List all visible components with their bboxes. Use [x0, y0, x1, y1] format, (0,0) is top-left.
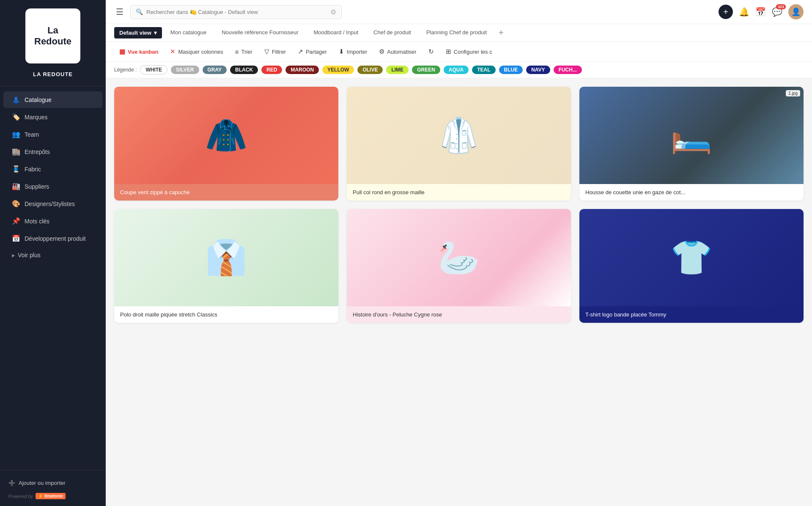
tab-mon-catalogue[interactable]: Mon catalogue	[164, 24, 213, 41]
hamburger-button[interactable]: ☰	[114, 5, 125, 19]
configure-icon: ⊞	[446, 48, 451, 55]
configurer-button[interactable]: ⊞ Configurer les c	[441, 45, 497, 58]
card-title: Housse de couette unie en gaze de cot...	[579, 184, 804, 201]
kanban-area: 🧥Coupe vent zippé à capuche🥼Pull col ron…	[106, 78, 812, 506]
fabric-icon: 🧵	[12, 165, 20, 173]
tab-chef-produit[interactable]: Chef de produit	[367, 24, 418, 41]
marques-icon: 🏷️	[12, 113, 20, 121]
search-settings-icon[interactable]: ⚙	[330, 8, 336, 16]
filtrer-button[interactable]: ▽ Filtrer	[259, 45, 291, 58]
tab-default-view[interactable]: Default view ▾	[114, 27, 162, 38]
kanban-card[interactable]: 🛏️1.jpgHousse de couette unie en gaze de…	[579, 87, 804, 201]
card-title: Histoire d'ours - Peluche Cygne rose	[347, 306, 571, 323]
importer-button[interactable]: ⬇ Importer	[334, 45, 372, 58]
expand-arrow-icon: ▶	[12, 253, 15, 258]
powered-by-area: Powered by ⚡ timetonic	[8, 493, 97, 499]
partager-button[interactable]: ↗ Partager	[293, 45, 332, 58]
tab-nouvelle-reference[interactable]: Nouvelle référence Fournisseur	[215, 24, 305, 41]
sidebar-item-developpement[interactable]: 📅 Développement produit	[3, 230, 102, 247]
kanban-icon: ▦	[119, 48, 125, 55]
refresh-button[interactable]: ↻	[423, 45, 439, 58]
legend-tag-aqua[interactable]: AQUA	[444, 66, 469, 74]
tab-moodboard[interactable]: Moodboard / Input	[307, 24, 365, 41]
tab-planning[interactable]: Planning Chef de produit	[420, 24, 494, 41]
card-image-area: 🧥	[114, 87, 338, 184]
legend-tag-maroon[interactable]: MAROON	[285, 66, 319, 74]
legend-tag-silver[interactable]: SILVER	[171, 66, 199, 74]
search-bar[interactable]: 🔍 ⚙	[130, 5, 342, 19]
sidebar-item-mots-cles[interactable]: 📌 Mots clés	[3, 213, 102, 229]
sidebar-item-marques[interactable]: 🏷️ Marques	[3, 109, 102, 125]
sidebar-item-fabric[interactable]: 🧵 Fabric	[3, 161, 102, 177]
sidebar-item-label: Marques	[25, 114, 47, 121]
product-icon: 🧥	[205, 116, 247, 155]
topbar-right-actions: + 🔔 📅 💬 323 👤	[719, 4, 804, 19]
legend-tag-teal[interactable]: TEAL	[472, 66, 495, 74]
sidebar-item-voir-plus[interactable]: ▶ Voir plus	[3, 248, 102, 263]
kanban-card[interactable]: 👔Polo droit maille piquée stretch Classi…	[114, 209, 338, 323]
calendar-button[interactable]: 📅	[755, 7, 766, 17]
card-image-area: 👔	[114, 209, 338, 306]
legend-tag-navy[interactable]: NAVY	[526, 66, 550, 74]
chat-button[interactable]: 💬 323	[772, 7, 782, 17]
kanban-card[interactable]: 🦢Histoire d'ours - Peluche Cygne rose	[347, 209, 571, 323]
share-icon: ↗	[298, 48, 303, 55]
notification-button[interactable]: 🔔	[739, 7, 749, 17]
logo-text: La Redoute	[34, 25, 71, 47]
import-icon: ⬇	[339, 48, 344, 55]
kanban-card[interactable]: 🥼Pull col rond en grosse maille	[347, 87, 571, 201]
add-import-button[interactable]: ➕ Ajouter ou importer	[8, 477, 97, 489]
card-title: T-shirt logo bande placée Tommy	[579, 306, 804, 323]
developpement-icon: 📅	[12, 234, 20, 242]
sidebar-item-team[interactable]: 👥 Team	[3, 126, 102, 143]
product-icon: 👔	[205, 238, 247, 278]
vue-kanban-button[interactable]: ▦ Vue kanban	[114, 45, 163, 58]
card-image-area: 🛏️1.jpg	[579, 87, 804, 184]
trier-button[interactable]: ≡ Trier	[230, 46, 258, 58]
sidebar-item-entrepots[interactable]: 🏬 Entrepôts	[3, 143, 102, 160]
legend-tag-yellow[interactable]: YELLOW	[322, 66, 354, 74]
legend-tag-olive[interactable]: OLIVE	[357, 66, 383, 74]
legend-tag-gray[interactable]: GRAY	[203, 66, 227, 74]
avatar[interactable]: 👤	[788, 4, 804, 19]
card-image-area: 🥼	[347, 87, 571, 184]
sidebar-item-label: Team	[25, 131, 39, 138]
sidebar-item-designers[interactable]: 🎨 Designers/Stylistes	[3, 195, 102, 212]
sidebar-item-label: Mots clés	[25, 218, 49, 225]
hide-columns-icon: ✕	[170, 48, 176, 55]
legend-tag-red[interactable]: RED	[261, 66, 282, 74]
tabbar: Default view ▾ Mon catalogue Nouvelle ré…	[106, 24, 812, 42]
automatiser-button[interactable]: ⚙ Automatiser	[374, 45, 421, 58]
card-title: Pull col rond en grosse maille	[347, 184, 571, 201]
card-image-area: 🦢	[347, 209, 571, 306]
sidebar-item-label: Suppliers	[25, 183, 49, 190]
sidebar-item-label: Entrepôts	[25, 148, 50, 155]
legend-label: Légende :	[114, 67, 137, 73]
card-title: Polo droit maille piquée stretch Classic…	[114, 306, 338, 323]
card-title: Coupe vent zippé à capuche	[114, 184, 338, 201]
filter-icon: ▽	[264, 48, 269, 55]
masquer-colonnes-button[interactable]: ✕ Masquer colonnes	[165, 45, 228, 58]
product-icon: 🛏️	[670, 116, 713, 155]
add-button[interactable]: +	[719, 5, 733, 19]
legend-tag-blue[interactable]: BLUE	[499, 66, 523, 74]
product-icon: 🥼	[438, 116, 480, 155]
legend-tag-fuchsia[interactable]: FUCH...	[554, 66, 582, 74]
sidebar-item-suppliers[interactable]: 🏭 Suppliers	[3, 178, 102, 195]
suppliers-icon: 🏭	[12, 182, 20, 190]
kanban-card[interactable]: 👕T-shirt logo bande placée Tommy	[579, 209, 804, 323]
topbar: ☰ 🔍 ⚙ + 🔔 📅 💬 323 👤	[106, 0, 812, 24]
add-tab-button[interactable]: +	[495, 28, 507, 38]
team-icon: 👥	[12, 130, 20, 138]
search-input[interactable]	[146, 9, 327, 15]
legend-bar: Légende : WHITESILVERGRAYBLACKREDMAROONY…	[106, 62, 812, 78]
legend-tag-black[interactable]: BLACK	[230, 66, 258, 74]
sidebar: La Redoute LA REDOUTE 👗 Catalogue 🏷️ Mar…	[0, 0, 106, 506]
main-content: ☰ 🔍 ⚙ + 🔔 📅 💬 323 👤 Default view ▾ Mon c…	[106, 0, 812, 506]
sort-icon: ≡	[235, 48, 239, 55]
kanban-card[interactable]: 🧥Coupe vent zippé à capuche	[114, 87, 338, 201]
legend-tag-white[interactable]: WHITE	[140, 65, 167, 74]
sidebar-item-catalogue[interactable]: 👗 Catalogue	[3, 91, 102, 108]
legend-tag-green[interactable]: GREEN	[412, 66, 440, 74]
legend-tag-lime[interactable]: LIME	[386, 66, 409, 74]
